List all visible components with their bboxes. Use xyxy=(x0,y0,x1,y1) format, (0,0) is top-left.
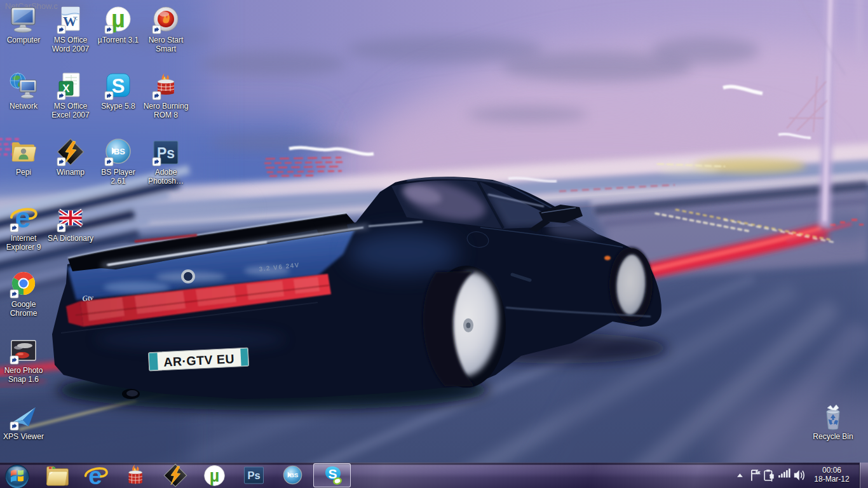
svg-text:Ps: Ps xyxy=(247,470,260,482)
svg-text:Gtv: Gtv xyxy=(82,293,95,303)
svg-text:µ: µ xyxy=(210,466,220,485)
svg-text:S: S xyxy=(112,75,125,97)
